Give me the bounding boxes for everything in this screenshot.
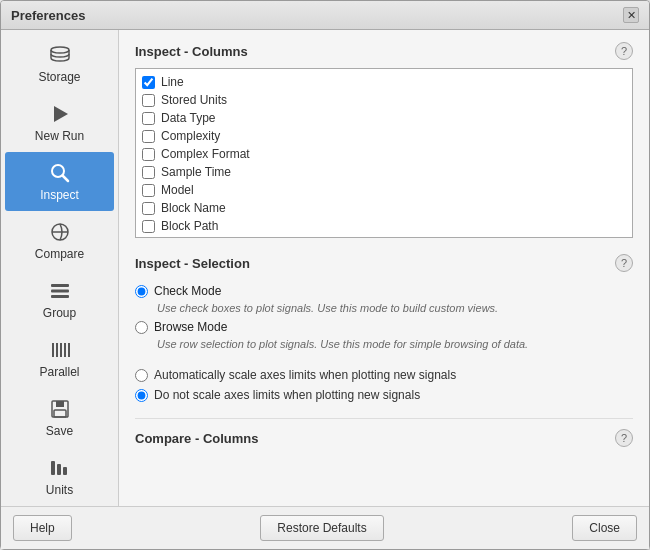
radio-browse-mode[interactable] xyxy=(135,321,148,334)
title-bar: Preferences ✕ xyxy=(1,1,649,30)
col-item-complex-format: Complex Format xyxy=(138,145,630,163)
svg-line-3 xyxy=(62,176,68,182)
sidebar-item-units[interactable]: Units xyxy=(1,447,118,506)
check-mode-desc: Use check boxes to plot signals. Use thi… xyxy=(157,302,633,314)
col-label-complex-format: Complex Format xyxy=(161,147,250,161)
sidebar-label-units: Units xyxy=(46,483,73,497)
sidebar-label-inspect: Inspect xyxy=(40,188,79,202)
col-item-block-name: Block Name xyxy=(138,199,630,217)
svg-rect-7 xyxy=(51,290,69,293)
sidebar-label-new-run: New Run xyxy=(35,129,84,143)
help-button[interactable]: Help xyxy=(13,515,72,541)
col-item-data-type: Data Type xyxy=(138,109,630,127)
check-mode-label: Check Mode xyxy=(154,284,221,298)
col-item-complexity: Complexity xyxy=(138,127,630,145)
svg-rect-6 xyxy=(51,284,69,287)
svg-rect-18 xyxy=(57,464,61,475)
inspect-columns-help-icon[interactable]: ? xyxy=(615,42,633,60)
col-item-model: Model xyxy=(138,181,630,199)
inspect-selection-help-icon[interactable]: ? xyxy=(615,254,633,272)
dialog-body: Storage New Run Inspect xyxy=(1,30,649,506)
inspect-selection-section: Inspect - Selection ? Check Mode Use che… xyxy=(135,254,633,402)
svg-rect-17 xyxy=(51,461,55,475)
browse-mode-desc: Use row selection to plot signals. Use t… xyxy=(157,338,633,350)
svg-marker-1 xyxy=(54,106,68,122)
col-checkbox-model[interactable] xyxy=(142,184,155,197)
inspect-columns-section: Inspect - Columns ? Line Stored Units Da… xyxy=(135,42,633,238)
col-label-stored-units: Stored Units xyxy=(161,93,227,107)
inspect-icon xyxy=(48,161,72,185)
svg-rect-19 xyxy=(63,467,67,475)
inspect-selection-header: Inspect - Selection ? xyxy=(135,254,633,272)
storage-icon xyxy=(48,43,72,67)
sidebar-label-storage: Storage xyxy=(38,70,80,84)
compare-columns-help-icon[interactable]: ? xyxy=(615,429,633,447)
parallel-icon xyxy=(48,338,72,362)
col-checkbox-data-type[interactable] xyxy=(142,112,155,125)
restore-defaults-button[interactable]: Restore Defaults xyxy=(260,515,383,541)
col-checkbox-complex-format[interactable] xyxy=(142,148,155,161)
col-label-data-type: Data Type xyxy=(161,111,215,125)
sidebar-item-save[interactable]: Save xyxy=(1,388,118,447)
radio-auto-scale[interactable] xyxy=(135,369,148,382)
sidebar-label-group: Group xyxy=(43,306,76,320)
radio-no-scale[interactable] xyxy=(135,389,148,402)
col-label-complexity: Complexity xyxy=(161,129,220,143)
col-label-sample-time: Sample Time xyxy=(161,165,231,179)
col-item-block-path: Block Path xyxy=(138,217,630,235)
new-run-icon xyxy=(48,102,72,126)
auto-scale-label[interactable]: Automatically scale axes limits when plo… xyxy=(135,368,633,382)
col-checkbox-complexity[interactable] xyxy=(142,130,155,143)
compare-columns-title: Compare - Columns xyxy=(135,431,259,446)
dialog-title: Preferences xyxy=(11,8,85,23)
inspect-selection-title: Inspect - Selection xyxy=(135,256,250,271)
no-scale-label[interactable]: Do not scale axes limits when plotting n… xyxy=(135,388,633,402)
col-checkbox-sample-time[interactable] xyxy=(142,166,155,179)
col-checkbox-block-path[interactable] xyxy=(142,220,155,233)
sidebar-item-inspect[interactable]: Inspect xyxy=(5,152,114,211)
compare-icon xyxy=(48,220,72,244)
radio-item-browse-mode: Browse Mode xyxy=(135,320,633,334)
col-label-block-name: Block Name xyxy=(161,201,226,215)
col-label-block-path: Block Path xyxy=(161,219,218,233)
sidebar: Storage New Run Inspect xyxy=(1,30,119,506)
sidebar-label-parallel: Parallel xyxy=(39,365,79,379)
inspect-columns-header: Inspect - Columns ? xyxy=(135,42,633,60)
footer: Help Restore Defaults Close xyxy=(1,506,649,549)
preferences-dialog: Preferences ✕ Storage xyxy=(0,0,650,550)
col-label-line: Line xyxy=(161,75,184,89)
scale-options: Automatically scale axes limits when plo… xyxy=(135,368,633,402)
col-label-model: Model xyxy=(161,183,194,197)
radio-item-check-mode: Check Mode xyxy=(135,284,633,298)
radio-group-mode: Check Mode Use check boxes to plot signa… xyxy=(135,280,633,360)
compare-columns-header: Compare - Columns ? xyxy=(135,429,633,447)
svg-rect-8 xyxy=(51,295,69,298)
col-checkbox-stored-units[interactable] xyxy=(142,94,155,107)
sidebar-label-save: Save xyxy=(46,424,73,438)
units-icon xyxy=(48,456,72,480)
col-item-sample-time: Sample Time xyxy=(138,163,630,181)
svg-point-0 xyxy=(51,47,69,53)
radio-check-mode[interactable] xyxy=(135,285,148,298)
col-checkbox-block-name[interactable] xyxy=(142,202,155,215)
col-item-line: Line xyxy=(138,73,630,91)
save-icon xyxy=(48,397,72,421)
main-content: Inspect - Columns ? Line Stored Units Da… xyxy=(119,30,649,506)
sidebar-item-parallel[interactable]: Parallel xyxy=(1,329,118,388)
col-checkbox-line[interactable] xyxy=(142,76,155,89)
compare-columns-section: Compare - Columns ? xyxy=(135,418,633,447)
sidebar-item-compare[interactable]: Compare xyxy=(1,211,118,270)
sidebar-item-new-run[interactable]: New Run xyxy=(1,93,118,152)
close-button[interactable]: Close xyxy=(572,515,637,541)
svg-rect-16 xyxy=(54,410,66,417)
svg-rect-15 xyxy=(56,401,64,407)
close-icon[interactable]: ✕ xyxy=(623,7,639,23)
sidebar-item-storage[interactable]: Storage xyxy=(1,34,118,93)
sidebar-item-group[interactable]: Group xyxy=(1,270,118,329)
columns-list[interactable]: Line Stored Units Data Type Complexity xyxy=(135,68,633,238)
inspect-columns-title: Inspect - Columns xyxy=(135,44,248,59)
col-item-stored-units: Stored Units xyxy=(138,91,630,109)
sidebar-label-compare: Compare xyxy=(35,247,84,261)
browse-mode-label: Browse Mode xyxy=(154,320,227,334)
group-icon xyxy=(48,279,72,303)
